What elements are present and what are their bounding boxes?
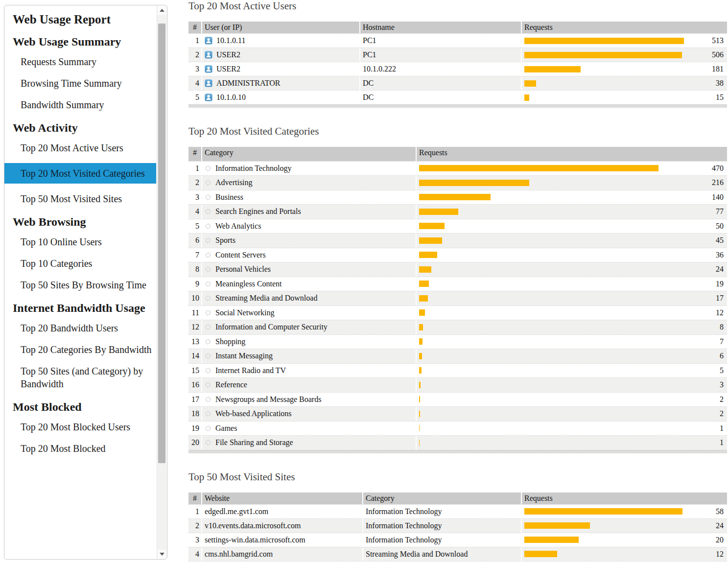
- column-header-category: Category: [201, 147, 416, 161]
- scroll-up-button[interactable]: [158, 6, 166, 15]
- user (or ip)-label: 10.1.0.10: [216, 91, 246, 104]
- website-cell: websocket.dg.toyota.com: [201, 562, 362, 563]
- rank-cell: 11: [188, 306, 201, 320]
- requests-bar: [524, 66, 581, 72]
- rank-cell: 16: [188, 378, 201, 392]
- sidebar-item-top-50-sites-by-browsing-time[interactable]: Top 50 Sites By Browsing Time: [13, 279, 153, 291]
- category-icon: [205, 165, 211, 172]
- table-row: 3USER210.1.0.222181: [188, 62, 727, 76]
- table-row: 19Games1: [188, 421, 727, 436]
- scrollbar-thumb[interactable]: [158, 23, 165, 463]
- rank-cell: 19: [188, 422, 201, 436]
- category-cell: Games: [201, 422, 416, 436]
- rank-cell: 9: [188, 277, 201, 291]
- sidebar-item-top-10-online-users[interactable]: Top 10 Online Users: [13, 235, 153, 248]
- user-icon: [205, 79, 212, 87]
- requests-cell: 2: [416, 407, 727, 421]
- sidebar-item-top-50-most-visited-sites[interactable]: Top 50 Most Visited Sites: [13, 192, 153, 205]
- sidebar-item-top-20-most-active-users[interactable]: Top 20 Most Active Users: [13, 141, 153, 154]
- user (or ip)-label: USER2: [216, 48, 240, 62]
- category-label: Information Technology: [215, 162, 291, 175]
- user (or ip)-label: USER2: [216, 62, 240, 76]
- requests-bar-area: [419, 252, 658, 258]
- rank-cell: 5: [188, 562, 201, 563]
- sidebar-item-top-20-most-blocked[interactable]: Top 20 Most Blocked: [13, 442, 153, 455]
- requests-bar: [419, 180, 529, 186]
- table-row: 4ADMINISTRATORDC38: [188, 76, 727, 90]
- requests-bar: [419, 338, 423, 345]
- requests-bar: [524, 94, 529, 101]
- table-row: 13Shopping7: [188, 334, 727, 349]
- sidebar-scrollbar[interactable]: [157, 6, 166, 559]
- requests-cell: 11: [521, 562, 727, 563]
- hostname-cell: PC1: [359, 48, 521, 62]
- requests-value: 5: [658, 364, 727, 377]
- requests-bar: [419, 165, 658, 171]
- sidebar: Web Usage Report Web Usage SummaryReques…: [4, 5, 167, 560]
- sidebar-item-bandwidth-summary[interactable]: Bandwidth Summary: [13, 98, 153, 111]
- rank-cell: 2: [188, 176, 201, 190]
- active-users-table: #User (or IP)HostnameRequests110.1.0.11P…: [188, 22, 727, 108]
- sidebar-item-browsing-time-summary[interactable]: Browsing Time Summary: [13, 77, 153, 90]
- requests-cell: 8: [416, 320, 727, 334]
- sidebar-item-top-50-sites-and-category-by-bandwidth[interactable]: Top 50 Sites (and Category) by Bandwidth: [13, 365, 153, 390]
- rank-cell: 4: [188, 205, 201, 219]
- sidebar-item-top-20-bandwidth-users[interactable]: Top 20 Bandwidth Users: [13, 322, 153, 334]
- requests-bar: [524, 537, 579, 543]
- hostname-cell: DC: [359, 91, 521, 104]
- sidebar-item-top-20-most-visited-categories[interactable]: Top 20 Most Visited Categories: [4, 163, 156, 184]
- table-row: 510.1.0.10DC15: [188, 90, 727, 104]
- requests-cell: 6: [416, 349, 727, 363]
- requests-value: 216: [658, 176, 727, 189]
- rank-cell: 8: [188, 262, 201, 277]
- sidebar-section-heading: Most Blocked: [13, 399, 153, 415]
- category-cell: Sports: [201, 234, 416, 248]
- category-cell: Reference: [201, 378, 416, 392]
- arrow-up-icon: [160, 9, 164, 12]
- category-label: Content Servers: [215, 248, 266, 262]
- requests-value: 58: [682, 505, 727, 518]
- requests-bar-area: [419, 194, 658, 200]
- requests-cell: 140: [416, 190, 727, 205]
- sidebar-item-top-10-categories[interactable]: Top 10 Categories: [13, 257, 153, 270]
- table-title: Top 20 Most Active Users: [188, 0, 727, 12]
- scroll-down-button[interactable]: [158, 550, 166, 559]
- requests-cell: 2: [416, 393, 727, 407]
- sidebar-item-top-20-most-blocked-users[interactable]: Top 20 Most Blocked Users: [13, 421, 153, 433]
- table-row: 12Information and Computer Security8: [188, 320, 727, 334]
- column-header-: #: [188, 493, 201, 504]
- requests-cell: 181: [521, 62, 727, 76]
- category-cell: Information Technology: [201, 162, 416, 176]
- category-cell: Streaming Media and Download: [362, 547, 521, 561]
- user-icon: [205, 94, 212, 101]
- sidebar-item-requests-summary[interactable]: Requests Summary: [13, 55, 153, 68]
- requests-bar-area: [419, 223, 658, 229]
- section-most-visited-categories: Top 20 Most Visited Categories #Category…: [188, 125, 727, 453]
- category-label: Instant Messaging: [215, 349, 273, 363]
- requests-cell: 1: [416, 436, 727, 450]
- requests-bar-area: [524, 80, 684, 87]
- requests-bar-area: [524, 537, 682, 543]
- website-cell: edgedl.me.gvt1.com: [201, 505, 362, 518]
- table-row: 2Advertising216: [188, 175, 727, 190]
- requests-value: 50: [658, 219, 727, 233]
- rank-cell: 17: [188, 393, 201, 407]
- rank-cell: 13: [188, 335, 201, 349]
- requests-value: 15: [684, 91, 727, 104]
- category-icon: [205, 309, 211, 316]
- table-row: 4Search Engines and Portals77: [188, 204, 727, 219]
- column-header-website: Website: [201, 493, 362, 504]
- requests-bar-area: [419, 425, 658, 431]
- category-cell: Social Networking: [201, 306, 416, 320]
- sidebar-section-heading: Internet Bandwidth Usage: [13, 300, 153, 316]
- table-row: 17Newsgroups and Message Boards2: [188, 392, 727, 407]
- requests-value: 140: [658, 190, 727, 204]
- category-label: Information and Computer Security: [215, 320, 328, 334]
- rank-cell: 3: [188, 190, 201, 205]
- requests-cell: 24: [521, 519, 727, 533]
- category-icon: [205, 295, 211, 302]
- rank-cell: 14: [188, 349, 201, 363]
- sidebar-item-top-20-categories-by-bandwidth[interactable]: Top 20 Categories By Bandwidth: [13, 343, 153, 356]
- requests-value: 17: [658, 291, 727, 305]
- table-row: 11Social Networking12: [188, 305, 727, 320]
